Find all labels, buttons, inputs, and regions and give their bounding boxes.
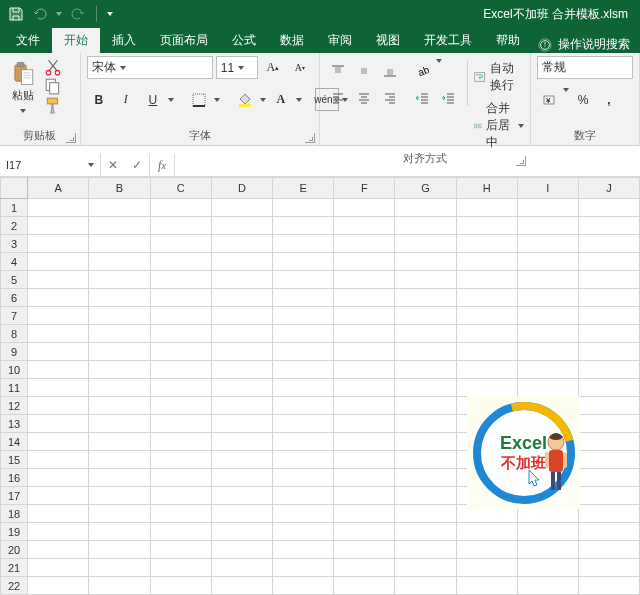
cell[interactable] [28,469,89,487]
cell[interactable] [150,199,211,217]
cell[interactable] [334,523,395,541]
align-left-icon[interactable] [326,86,350,109]
cell[interactable] [273,199,334,217]
cell[interactable] [89,451,150,469]
cell[interactable] [150,451,211,469]
cell[interactable] [334,469,395,487]
row-header[interactable]: 13 [1,415,28,433]
merge-dropdown-icon[interactable] [518,124,524,128]
cell[interactable] [211,217,272,235]
row-header[interactable]: 5 [1,271,28,289]
cell[interactable] [517,253,578,271]
cell[interactable] [395,253,456,271]
underline-dropdown-icon[interactable] [168,98,174,102]
cell[interactable] [517,199,578,217]
cell[interactable] [578,253,639,271]
cell[interactable] [273,253,334,271]
cell[interactable] [89,577,150,595]
cell[interactable] [28,379,89,397]
cell[interactable] [395,235,456,253]
cell[interactable] [395,433,456,451]
cell[interactable] [273,433,334,451]
row-header[interactable]: 11 [1,379,28,397]
cell[interactable] [395,469,456,487]
row-header[interactable]: 9 [1,343,28,361]
cell[interactable] [334,217,395,235]
cell[interactable] [89,559,150,577]
cell[interactable] [517,289,578,307]
cell[interactable] [28,361,89,379]
cell[interactable] [334,235,395,253]
cell[interactable] [150,577,211,595]
cell[interactable] [28,307,89,325]
cell[interactable] [150,505,211,523]
cancel-formula-icon[interactable]: ✕ [101,158,125,172]
enter-formula-icon[interactable]: ✓ [125,158,149,172]
row-header[interactable]: 12 [1,397,28,415]
cell[interactable] [89,325,150,343]
cell[interactable] [89,487,150,505]
cell[interactable] [28,397,89,415]
cell[interactable] [578,271,639,289]
cell[interactable] [334,505,395,523]
row-header[interactable]: 2 [1,217,28,235]
row-header[interactable]: 18 [1,505,28,523]
tab-formulas[interactable]: 公式 [220,27,268,53]
copy-icon[interactable] [44,78,62,94]
border-button[interactable] [187,88,211,111]
spreadsheet-grid[interactable]: ABCDEFGHIJ123456789101112131415161718192… [0,177,640,595]
cell[interactable] [273,469,334,487]
column-header[interactable]: D [211,178,272,199]
cell[interactable] [89,523,150,541]
column-header[interactable]: G [395,178,456,199]
row-header[interactable]: 4 [1,253,28,271]
cell[interactable] [395,451,456,469]
row-header[interactable]: 19 [1,523,28,541]
cell[interactable] [150,253,211,271]
tab-view[interactable]: 视图 [364,27,412,53]
cell[interactable] [578,361,639,379]
border-dropdown-icon[interactable] [214,98,220,102]
cell[interactable] [150,523,211,541]
cell[interactable] [211,361,272,379]
number-format-combo[interactable]: 常规 [537,56,633,79]
cell[interactable] [395,199,456,217]
align-right-icon[interactable] [378,86,402,109]
cell[interactable] [334,397,395,415]
cell[interactable] [273,361,334,379]
cell[interactable] [334,577,395,595]
embedded-image[interactable]: Excel 不加班 [467,396,580,509]
alignment-dialog-launcher-icon[interactable] [516,156,526,166]
cell[interactable] [578,559,639,577]
bold-button[interactable]: B [87,88,111,111]
align-bottom-icon[interactable] [378,59,402,82]
cell[interactable] [273,379,334,397]
row-header[interactable]: 1 [1,199,28,217]
align-middle-icon[interactable] [352,59,376,82]
tab-review[interactable]: 审阅 [316,27,364,53]
cell[interactable] [89,217,150,235]
cell[interactable] [89,433,150,451]
cell[interactable] [211,271,272,289]
cell[interactable] [89,343,150,361]
column-header[interactable]: F [334,178,395,199]
cell[interactable] [89,397,150,415]
cell[interactable] [211,379,272,397]
row-header[interactable]: 16 [1,469,28,487]
cell[interactable] [578,325,639,343]
cell[interactable] [334,433,395,451]
cell[interactable] [334,361,395,379]
cell[interactable] [395,325,456,343]
cell[interactable] [28,577,89,595]
cell[interactable] [334,415,395,433]
cell[interactable] [517,343,578,361]
cell[interactable] [395,307,456,325]
cell[interactable] [456,559,517,577]
cell[interactable] [150,433,211,451]
row-header[interactable]: 7 [1,307,28,325]
cell[interactable] [150,559,211,577]
cell[interactable] [334,487,395,505]
wrap-text-button[interactable]: 自动换行 [474,60,524,94]
cell[interactable] [28,343,89,361]
italic-button[interactable]: I [114,88,138,111]
